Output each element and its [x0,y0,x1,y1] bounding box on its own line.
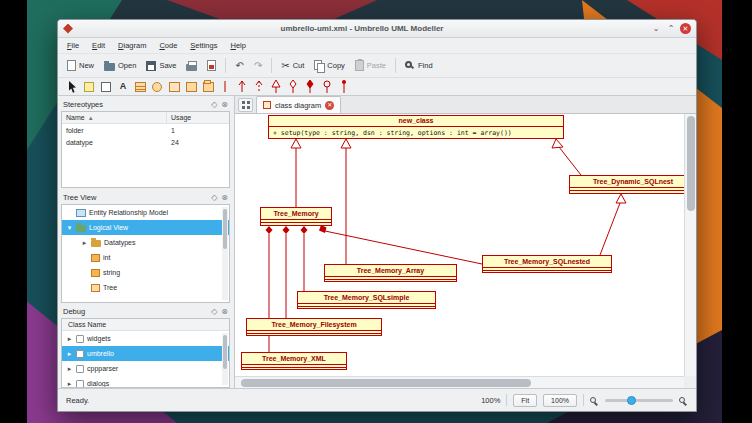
checkbox[interactable] [76,365,84,373]
anchor-tool[interactable] [337,80,351,94]
interface-tool[interactable] [150,80,164,94]
dock-float-icon[interactable]: ◇ [211,308,217,316]
maximize-button[interactable]: ⌃ [665,23,677,35]
canvas-vertical-scrollbar[interactable] [684,114,696,376]
open-button[interactable]: Open [100,59,140,73]
package-tool[interactable] [201,80,215,94]
table-row[interactable]: folder 1 [62,124,229,136]
tree-item-entity-relationship-model[interactable]: Entity Relationship Model [62,205,229,220]
zoom-slider-handle[interactable] [627,396,636,405]
fit-button[interactable]: Fit [513,394,537,407]
cut-button[interactable]: ✂Cut [277,59,308,73]
paste-button[interactable]: Paste [351,58,390,73]
menu-edit[interactable]: Edit [92,41,105,50]
dependency-tool[interactable] [252,80,266,94]
menu-diagram[interactable]: Diagram [118,41,146,50]
menu-help[interactable]: Help [230,41,245,50]
uml-class-tree-memory-filesystem[interactable]: Tree_Memory_Filesystem [246,318,382,336]
dock-close-icon[interactable]: ⊗ [221,308,228,316]
expander-icon[interactable]: ▾ [66,224,73,232]
datatype-tool[interactable] [167,80,181,94]
menu-code[interactable]: Code [159,41,177,50]
redo-button[interactable]: ↷ [250,59,266,73]
debug-scrollbar[interactable] [222,333,228,385]
tree-view-dock-header[interactable]: Tree View ◇ ⊗ [61,191,230,204]
debug-dock-header[interactable]: Debug ◇ ⊗ [61,305,230,318]
uml-class-new-class[interactable]: new_class + setup(type : string, dsn : s… [268,115,564,139]
stereotypes-dock-header[interactable]: Stereotypes ◇ ⊗ [61,98,230,111]
table-row[interactable]: datatype 24 [62,136,229,148]
uml-class-tree-memory-xml[interactable]: Tree_Memory_XML [241,352,347,370]
export-image-button[interactable] [203,58,220,73]
composition-tool[interactable] [303,80,317,94]
dock-float-icon[interactable]: ◇ [211,194,217,202]
dock-float-icon[interactable]: ◇ [211,101,217,109]
uml-class-tree-memory-sqlsimple[interactable]: Tree_Memory_SQLsimple [297,291,436,309]
expander-icon[interactable]: ▸ [81,239,88,247]
uml-class-tree-memory-array[interactable]: Tree_Memory_Array [324,264,457,282]
debug-item-widgets[interactable]: ▸ widgets [62,331,229,346]
debug-item-dialogs[interactable]: ▸ dialogs [62,376,229,388]
menu-settings[interactable]: Settings [190,41,217,50]
zoom-value-button[interactable]: 100% [543,394,577,407]
minimize-button[interactable]: ⌄ [650,23,662,35]
aggregation-tool[interactable] [286,80,300,94]
scrollbar-corner [684,376,696,388]
debug-item-umbrello[interactable]: ▸ umbrello [62,346,229,361]
new-file-icon [67,60,76,71]
diagram-canvas[interactable]: new_class + setup(type : string, dsn : s… [235,114,684,376]
debug-item-cppparser[interactable]: ▸ cppparser [62,361,229,376]
checkbox[interactable] [76,350,84,358]
canvas-horizontal-scrollbar[interactable] [235,376,684,388]
close-button[interactable]: ✕ [680,23,691,34]
expander-icon[interactable]: ▸ [66,335,73,343]
column-header-usage[interactable]: Usage [167,112,229,123]
scrollbar-handle[interactable] [687,116,695,211]
tree-item-datatypes[interactable]: ▸ Datatypes [62,235,229,250]
uml-class-tree-dynamic-sqlnested[interactable]: Tree_Dynamic_SQLnest [569,175,684,194]
expander-icon[interactable]: ▸ [66,350,73,358]
column-header-name[interactable]: Name▲ [62,112,167,123]
save-button[interactable]: Save [142,59,180,73]
titlebar[interactable]: umbrello-uml.xmi - Umbrello UML Modeller… [58,20,696,38]
box-tool[interactable] [99,80,113,94]
enum-tool[interactable] [184,80,198,94]
menu-file[interactable]: File [67,41,79,50]
generalization-tool[interactable] [269,80,283,94]
zoom-slider[interactable] [605,399,673,402]
tree-item-string[interactable]: string [62,265,229,280]
tree-item-tree[interactable]: Tree [62,280,229,295]
scrollbar-handle[interactable] [223,209,227,249]
tree-item-int[interactable]: int [62,250,229,265]
note-tool[interactable] [82,80,96,94]
new-button[interactable]: New [63,58,98,73]
directional-association-tool[interactable] [235,80,249,94]
checkbox[interactable] [76,380,84,388]
copy-button[interactable]: Copy [310,58,349,73]
zoom-in-icon[interactable] [679,397,685,403]
containment-tool[interactable] [320,80,334,94]
undo-button[interactable]: ↶ [231,59,247,73]
zoom-out-icon[interactable] [590,397,596,403]
dock-close-icon[interactable]: ⊗ [221,194,228,202]
association-tool[interactable] [218,80,232,94]
tree-view-scrollbar[interactable] [222,207,228,300]
class-tool[interactable] [133,80,147,94]
uml-class-tree-memory-sqlnested[interactable]: Tree_Memory_SQLnested [482,255,612,273]
find-button[interactable]: Find [401,59,437,72]
select-tool[interactable] [65,80,79,94]
column-header-class-name[interactable]: Class Name [62,319,229,331]
tree-item-logical-view[interactable]: ▾ Logical View [62,220,229,235]
tab-close-icon[interactable]: ✕ [325,101,334,110]
print-button[interactable] [182,59,201,73]
tab-class-diagram[interactable]: class diagram ✕ [256,96,341,113]
checkbox[interactable] [76,335,84,343]
tab-list-button[interactable] [238,98,253,112]
scrollbar-handle[interactable] [241,379,531,387]
expander-icon[interactable]: ▸ [66,365,73,373]
text-tool[interactable]: A [116,80,130,94]
expander-icon[interactable]: ▸ [66,380,73,388]
dock-close-icon[interactable]: ⊗ [221,101,228,109]
uml-class-tree-memory[interactable]: Tree_Memory [260,207,332,226]
scrollbar-handle[interactable] [223,335,227,369]
